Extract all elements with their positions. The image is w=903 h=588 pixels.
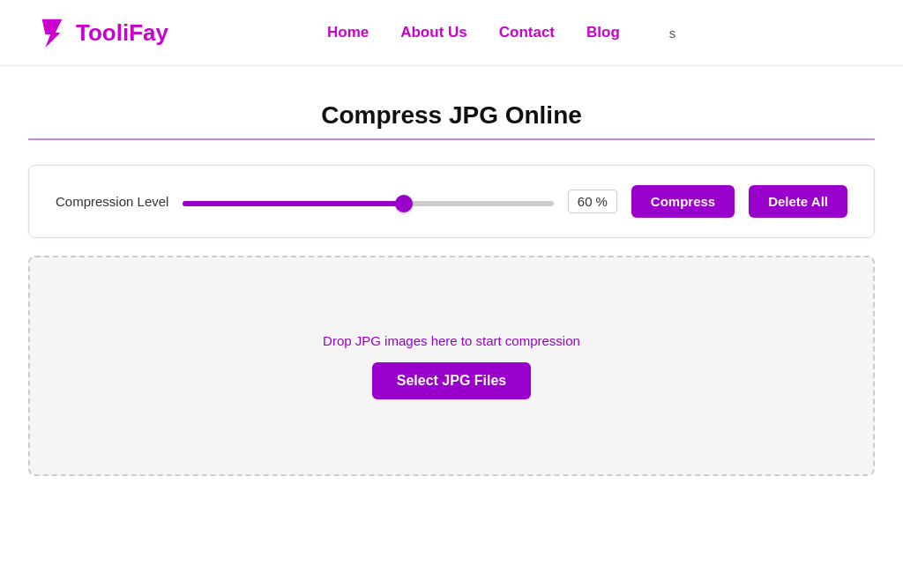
compression-value-box: 60 %	[568, 190, 617, 213]
main-nav: Home About Us Contact Blog s	[327, 24, 675, 41]
page-title: Compress JPG Online	[28, 101, 875, 130]
logo-link[interactable]: TooliFay	[35, 16, 168, 49]
select-files-button[interactable]: Select JPG Files	[372, 362, 532, 399]
title-divider	[28, 138, 875, 140]
nav-about-us[interactable]: About Us	[400, 24, 467, 41]
main-content: Compress JPG Online Compression Level 60…	[11, 66, 892, 511]
delete-all-button[interactable]: Delete All	[749, 185, 847, 218]
nav-contact[interactable]: Contact	[499, 24, 555, 41]
compression-label: Compression Level	[56, 194, 168, 209]
controls-card: Compression Level 60 % Compress Delete A…	[28, 165, 875, 238]
logo-text: TooliFay	[76, 19, 168, 47]
drop-zone-instruction: Drop JPG images here to start compressio…	[323, 333, 580, 348]
svg-marker-0	[42, 19, 63, 48]
site-header: TooliFay Home About Us Contact Blog s	[0, 0, 903, 66]
compress-button[interactable]: Compress	[631, 185, 735, 218]
compression-slider[interactable]	[183, 201, 553, 206]
drop-zone[interactable]: Drop JPG images here to start compressio…	[28, 256, 875, 476]
nav-home[interactable]: Home	[327, 24, 369, 41]
nav-blog[interactable]: Blog	[586, 24, 620, 41]
logo-icon	[35, 16, 69, 49]
compression-value: 60	[578, 194, 593, 209]
percent-symbol: %	[595, 194, 607, 209]
slider-wrapper	[183, 194, 553, 210]
nav-extra: s	[669, 26, 676, 41]
